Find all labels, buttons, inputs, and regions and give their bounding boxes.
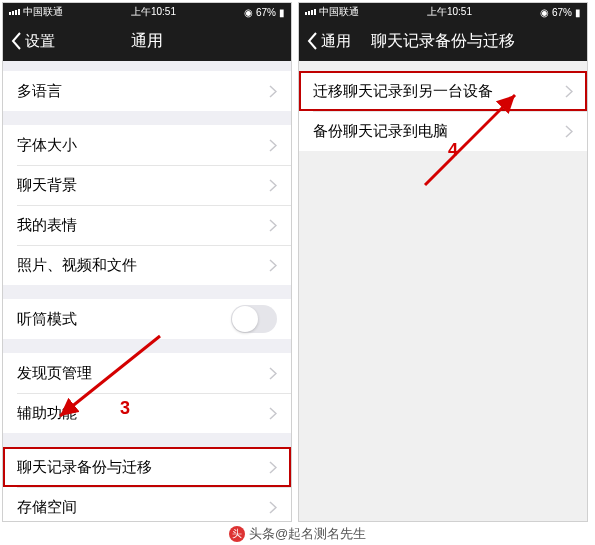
row-label: 听筒模式 — [17, 310, 77, 329]
chevron-right-icon — [269, 367, 277, 380]
chevron-right-icon — [565, 85, 573, 98]
chevron-left-icon — [307, 32, 319, 50]
battery-ring-icon: ◉ — [244, 7, 253, 18]
row-chat-backup-migrate[interactable]: 聊天记录备份与迁移 — [3, 447, 291, 487]
row-font-size[interactable]: 字体大小 — [3, 125, 291, 165]
row-label: 辅助功能 — [17, 404, 77, 423]
row-label: 发现页管理 — [17, 364, 92, 383]
row-label: 存储空间 — [17, 498, 77, 517]
row-migrate-device[interactable]: 迁移聊天记录到另一台设备 — [299, 71, 587, 111]
row-chat-background[interactable]: 聊天背景 — [3, 165, 291, 205]
carrier-label: 中国联通 — [23, 5, 63, 19]
row-label: 迁移聊天记录到另一台设备 — [313, 82, 493, 101]
row-label: 聊天背景 — [17, 176, 77, 195]
signal-icon — [9, 9, 20, 15]
row-media-files[interactable]: 照片、视频和文件 — [3, 245, 291, 285]
back-label: 设置 — [25, 32, 55, 51]
row-label: 聊天记录备份与迁移 — [17, 458, 152, 477]
nav-bar: 设置 通用 — [3, 21, 291, 61]
row-stickers[interactable]: 我的表情 — [3, 205, 291, 245]
chevron-left-icon — [11, 32, 23, 50]
row-language[interactable]: 多语言 — [3, 71, 291, 111]
toggle-switch[interactable] — [231, 305, 277, 333]
footer-text: 头条@起名测名先生 — [249, 525, 366, 543]
chevron-right-icon — [269, 179, 277, 192]
phone-left: 中国联通 上午10:51 ◉ 67% ▮ 设置 通用 多语言 字体大 — [2, 2, 292, 522]
signal-icon — [305, 9, 316, 15]
row-accessibility[interactable]: 辅助功能 — [3, 393, 291, 433]
phone-right: 中国联通 上午10:51 ◉ 67% ▮ 通用 聊天记录备份与迁移 迁移聊天记录… — [298, 2, 588, 522]
nav-bar: 通用 聊天记录备份与迁移 — [299, 21, 587, 61]
status-bar: 中国联通 上午10:51 ◉ 67% ▮ — [3, 3, 291, 21]
chevron-right-icon — [269, 219, 277, 232]
chevron-right-icon — [269, 139, 277, 152]
back-button[interactable]: 设置 — [3, 32, 63, 51]
chevron-right-icon — [269, 85, 277, 98]
time-label: 上午10:51 — [131, 5, 176, 19]
chevron-right-icon — [269, 407, 277, 420]
back-label: 通用 — [321, 32, 351, 51]
toutiao-logo-icon: 头 — [229, 526, 245, 542]
battery-label: 67% — [552, 7, 572, 18]
battery-ring-icon: ◉ — [540, 7, 549, 18]
battery-label: 67% — [256, 7, 276, 18]
footer-attribution: 头 头条@起名测名先生 — [0, 525, 595, 543]
row-label: 备份聊天记录到电脑 — [313, 122, 448, 141]
status-bar: 中国联通 上午10:51 ◉ 67% ▮ — [299, 3, 587, 21]
row-label: 字体大小 — [17, 136, 77, 155]
row-storage[interactable]: 存储空间 — [3, 487, 291, 522]
chevron-right-icon — [269, 501, 277, 514]
battery-icon: ▮ — [279, 7, 285, 18]
chevron-right-icon — [565, 125, 573, 138]
row-label: 多语言 — [17, 82, 62, 101]
row-discover-manage[interactable]: 发现页管理 — [3, 353, 291, 393]
chevron-right-icon — [269, 259, 277, 272]
row-backup-pc[interactable]: 备份聊天记录到电脑 — [299, 111, 587, 151]
back-button[interactable]: 通用 — [299, 32, 359, 51]
row-earpiece-mode[interactable]: 听筒模式 — [3, 299, 291, 339]
row-label: 照片、视频和文件 — [17, 256, 137, 275]
time-label: 上午10:51 — [427, 5, 472, 19]
battery-icon: ▮ — [575, 7, 581, 18]
chevron-right-icon — [269, 461, 277, 474]
row-label: 我的表情 — [17, 216, 77, 235]
carrier-label: 中国联通 — [319, 5, 359, 19]
